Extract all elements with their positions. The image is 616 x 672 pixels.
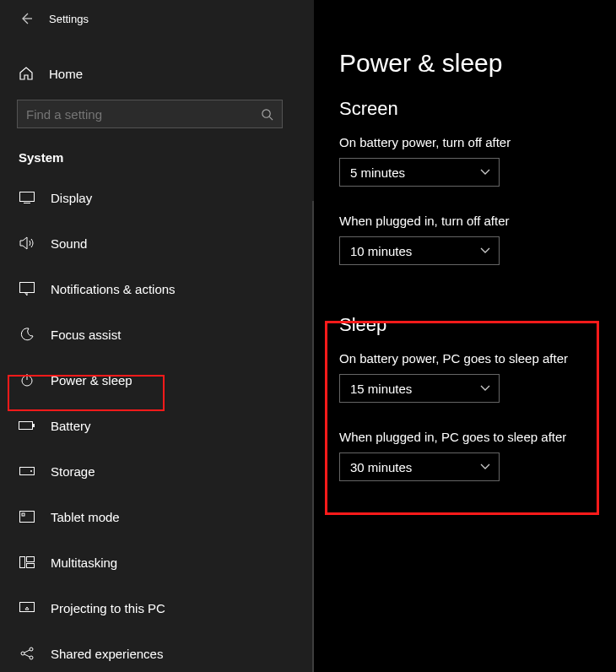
display-icon xyxy=(19,189,35,206)
multitasking-icon xyxy=(19,554,35,571)
app-title: Settings xyxy=(49,13,89,25)
svg-rect-11 xyxy=(27,557,35,562)
nav-item-projecting[interactable]: Projecting to this PC xyxy=(0,585,314,631)
screen-plugged-dropdown[interactable]: 10 minutes xyxy=(339,236,500,265)
svg-rect-9 xyxy=(22,513,24,516)
svg-point-14 xyxy=(21,652,24,655)
sleep-plugged-dropdown[interactable]: 30 minutes xyxy=(339,453,500,481)
nav-label: Notifications & actions xyxy=(51,282,176,296)
sleep-battery-label: On battery power, PC goes to sleep after xyxy=(339,351,616,366)
home-label: Home xyxy=(49,67,83,81)
home-nav[interactable]: Home xyxy=(0,54,314,93)
nav-item-multitasking[interactable]: Multitasking xyxy=(0,539,314,585)
dropdown-value: 15 minutes xyxy=(350,382,412,396)
moon-icon xyxy=(19,326,35,343)
svg-rect-4 xyxy=(19,422,33,430)
dropdown-value: 10 minutes xyxy=(350,244,412,258)
svg-rect-10 xyxy=(20,557,25,568)
dropdown-value: 5 minutes xyxy=(350,165,405,180)
chevron-down-icon xyxy=(480,463,490,470)
nav-item-sound[interactable]: Sound xyxy=(0,220,314,266)
svg-rect-5 xyxy=(33,424,35,427)
screen-plugged-label: When plugged in, turn off after xyxy=(339,214,616,228)
sleep-battery-dropdown[interactable]: 15 minutes xyxy=(339,374,500,403)
nav-label: Power & sleep xyxy=(51,373,132,387)
svg-point-7 xyxy=(30,470,32,472)
titlebar: Settings xyxy=(0,0,314,37)
nav-label: Display xyxy=(51,191,92,205)
nav-label: Focus assist xyxy=(51,328,121,342)
svg-rect-8 xyxy=(20,512,35,523)
nav-label: Projecting to this PC xyxy=(51,601,165,615)
svg-rect-2 xyxy=(20,283,35,293)
chevron-down-icon xyxy=(480,385,490,392)
battery-icon xyxy=(19,417,35,434)
svg-rect-1 xyxy=(20,192,35,202)
nav-label: Shared experiences xyxy=(51,647,163,661)
nav-list: Display Sound Notifications & actions Fo… xyxy=(0,175,314,672)
screen-heading: Screen xyxy=(339,98,616,120)
nav-item-shared-experiences[interactable]: Shared experiences xyxy=(0,631,314,672)
sleep-plugged-label: When plugged in, PC goes to sleep after xyxy=(339,430,616,444)
nav-item-tablet-mode[interactable]: Tablet mode xyxy=(0,494,314,539)
tablet-icon xyxy=(19,508,35,525)
search-field[interactable] xyxy=(17,100,283,128)
arrow-left-icon xyxy=(19,12,33,25)
screen-battery-label: On battery power, turn off after xyxy=(339,135,616,149)
nav-label: Multitasking xyxy=(51,555,117,570)
sidebar: Settings Home System Display Sound Notif… xyxy=(0,0,314,672)
power-icon xyxy=(19,371,35,388)
nav-item-display[interactable]: Display xyxy=(0,175,314,220)
svg-point-15 xyxy=(30,648,33,651)
nav-label: Tablet mode xyxy=(51,510,120,524)
section-title: System xyxy=(19,150,314,165)
highlight-sleep-section xyxy=(325,321,599,515)
page-title: Power & sleep xyxy=(339,49,616,78)
sound-icon xyxy=(19,235,35,252)
search-input[interactable] xyxy=(26,107,261,122)
nav-item-storage[interactable]: Storage xyxy=(0,448,314,494)
home-icon xyxy=(19,66,35,81)
svg-point-16 xyxy=(30,656,33,659)
dropdown-value: 30 minutes xyxy=(350,460,412,474)
nav-item-focus-assist[interactable]: Focus assist xyxy=(0,312,314,357)
sleep-heading: Sleep xyxy=(339,314,616,336)
svg-rect-12 xyxy=(27,564,35,568)
nav-label: Battery xyxy=(51,419,91,433)
nav-item-battery[interactable]: Battery xyxy=(0,403,314,448)
chevron-down-icon xyxy=(480,169,490,176)
projecting-icon xyxy=(19,599,35,616)
chevron-down-icon xyxy=(480,247,490,254)
nav-label: Sound xyxy=(51,236,87,251)
search-icon xyxy=(261,108,273,121)
nav-item-notifications[interactable]: Notifications & actions xyxy=(0,266,314,312)
search-wrap xyxy=(17,100,297,128)
nav-label: Storage xyxy=(51,464,95,479)
svg-point-0 xyxy=(262,109,270,117)
content: Power & sleep Screen On battery power, t… xyxy=(314,0,616,672)
back-button[interactable] xyxy=(14,6,39,31)
storage-icon xyxy=(19,463,35,480)
screen-battery-dropdown[interactable]: 5 minutes xyxy=(339,158,500,187)
nav-item-power-sleep[interactable]: Power & sleep xyxy=(0,357,314,403)
share-icon xyxy=(19,645,35,662)
notification-icon xyxy=(19,280,35,297)
